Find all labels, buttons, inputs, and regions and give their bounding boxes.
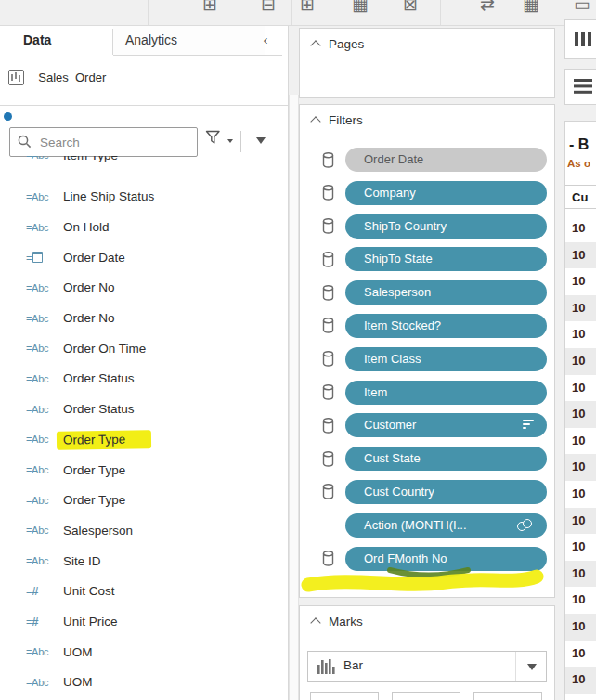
grid-cell[interactable]: 10 [565, 215, 596, 242]
collapse-chevron-icon[interactable] [310, 116, 320, 126]
field-item[interactable]: =Abc Line Ship Status [0, 182, 279, 213]
grid-cell[interactable]: 10 [565, 401, 596, 428]
grid-cell[interactable]: 10 [565, 242, 596, 269]
toolbar: ⊞⊟⊞▦⊠⇄▦▭ [0, 0, 596, 26]
grid-cell[interactable]: 10 [565, 321, 596, 348]
grid-cell[interactable]: 10 [565, 587, 596, 614]
filter-pill[interactable]: Action (MONTH(I... [345, 513, 547, 538]
filters-title: Filters [329, 113, 363, 127]
filter-pill[interactable]: Order Date [345, 148, 547, 172]
field-item[interactable]: =Abc On Hold [0, 212, 279, 242]
grid-cell[interactable]: 10 [565, 508, 596, 535]
filter-pill[interactable]: Item Class [345, 347, 547, 371]
filter-pill[interactable]: Cust Country [345, 480, 547, 504]
field-item[interactable]: =Abc Order No [0, 273, 279, 304]
filter-pill-row: Ord FMonth No [300, 547, 554, 571]
highlight-icon[interactable]: ▭ [574, 0, 590, 17]
collapse-chevron-icon[interactable] [310, 40, 320, 50]
field-row-partial[interactable]: =Abc Item Type [0, 156, 279, 171]
filter-pill[interactable]: ShipTo Country [345, 214, 547, 239]
field-item[interactable]: =Abc Order No [0, 303, 279, 333]
field-label: Order No [63, 311, 115, 325]
grid-column-header[interactable]: Cu [565, 185, 596, 209]
field-label: On Hold [63, 220, 110, 234]
fields-menu-caret-icon[interactable] [256, 137, 266, 144]
filter-badge-icon [523, 420, 534, 431]
filter-pill[interactable]: Item Stocked? [345, 314, 547, 338]
collapse-pane-icon[interactable]: ‹ [249, 26, 282, 56]
grid-cell[interactable]: 10 [565, 375, 596, 402]
mark-type-dropdown[interactable]: Bar [307, 651, 547, 682]
grid-cell[interactable]: 10 [565, 667, 596, 694]
field-type-icon: =Abc [26, 464, 63, 475]
bar-chart-icon [317, 659, 338, 674]
field-label: Order Type [63, 463, 125, 477]
field-item[interactable]: =Abc Site ID [0, 546, 279, 577]
filter-pill-row: ShipTo Country [300, 214, 554, 239]
grid-cell[interactable]: 10 [565, 641, 596, 668]
filter-pill[interactable]: Company [345, 181, 547, 205]
field-item[interactable]: =Abc Salesperson [0, 515, 279, 546]
mark-size-button[interactable] [392, 692, 460, 700]
field-item[interactable]: =Abc UOM [0, 637, 279, 668]
grid-cell[interactable]: 10 [565, 614, 596, 641]
filter-pill[interactable]: ShipTo State [345, 247, 547, 271]
add-data-icon[interactable]: ⊞ [202, 0, 217, 17]
show-me-grid-icon[interactable]: ▦ [352, 0, 369, 17]
pages-shelf[interactable]: Pages [299, 28, 555, 98]
field-item[interactable]: = Order Date [0, 242, 279, 273]
database-icon [322, 318, 334, 333]
database-icon [322, 551, 334, 566]
columns-shelf[interactable] [564, 19, 596, 59]
funnel-icon [205, 130, 221, 145]
mark-text-button[interactable] [473, 692, 542, 700]
new-worksheet-icon[interactable]: ⊞ [300, 0, 315, 17]
swap-axes-icon[interactable]: ⇄ [480, 0, 495, 17]
field-item[interactable]: =Abc Item Type [0, 156, 279, 171]
collapse-chevron-icon[interactable] [310, 617, 320, 628]
field-item[interactable]: =Abc Order Type [0, 485, 279, 515]
field-item[interactable]: =Abc Order Type [0, 455, 279, 486]
dropdown-caret-icon[interactable] [527, 664, 537, 670]
filter-pill[interactable]: Ord FMonth No [345, 547, 547, 571]
marks-card[interactable]: Marks Bar [299, 605, 555, 700]
filter-pill[interactable]: Salesperson [345, 280, 547, 305]
field-item[interactable]: =Abc UOM [0, 668, 279, 698]
field-item[interactable]: =Abc Order Status [0, 364, 279, 395]
sort-icon[interactable]: ▦ [523, 0, 539, 17]
clear-sheet-icon[interactable]: ⊠ [403, 0, 418, 17]
field-item[interactable]: =Abc Order On Time [0, 333, 279, 364]
worksheet-view[interactable]: - B As o Cu 1010101010101010101010101010… [564, 121, 596, 700]
filter-pill[interactable]: Customer [345, 413, 547, 437]
filter-fields-button[interactable] [205, 130, 233, 152]
search-icon [18, 135, 32, 149]
datasource-live-dot [4, 112, 12, 121]
field-label: Line Ship Status [63, 189, 154, 203]
grid-cell[interactable]: 10 [565, 295, 596, 322]
mark-color-button[interactable] [310, 692, 379, 700]
filter-pill[interactable]: Cust State [345, 447, 547, 471]
filters-shelf[interactable]: Filters Order Date Company [299, 104, 555, 598]
search-input[interactable] [38, 130, 195, 154]
grid-cell[interactable]: 10 [565, 481, 596, 508]
pause-updates-icon[interactable]: ⊟ [261, 0, 276, 17]
field-item[interactable]: =Abc Order Status [0, 394, 279, 424]
grid-cell[interactable]: 10 [565, 534, 596, 561]
grid-cell[interactable]: 10 [565, 348, 596, 375]
field-list-scrollbar[interactable] [289, 95, 299, 700]
grid-cell[interactable]: 10 [565, 454, 596, 481]
datasource-item[interactable]: _Sales_Order [0, 63, 288, 95]
tab-analytics[interactable]: Analytics [113, 26, 265, 56]
grid-cell[interactable]: 10 [565, 268, 596, 295]
database-icon [322, 451, 334, 467]
grid-cell[interactable]: 10 [565, 561, 596, 588]
field-item[interactable]: =Abc Order Type [0, 424, 279, 455]
field-item[interactable]: =# Unit Price [0, 606, 279, 637]
rows-shelf[interactable] [564, 69, 596, 105]
search-box[interactable] [9, 127, 198, 157]
field-item[interactable]: =# Unit Cost [0, 576, 279, 606]
database-icon [322, 484, 334, 499]
filters-header: Filters [300, 105, 554, 127]
filter-pill[interactable]: Item [345, 381, 547, 405]
grid-cell[interactable]: 10 [565, 428, 596, 455]
